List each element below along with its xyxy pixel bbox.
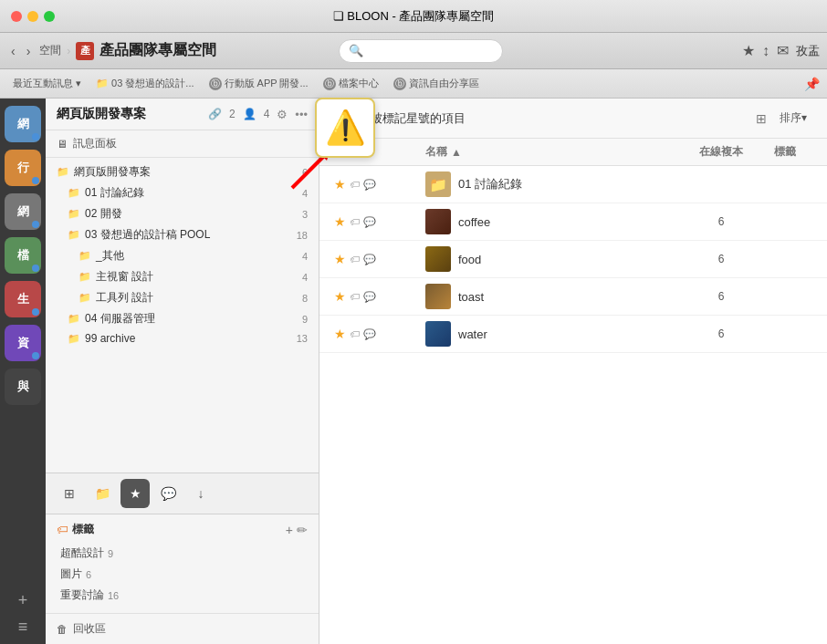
sidebar-item-files[interactable]: 檔 — [5, 237, 41, 274]
tree-item-other-label: _其他 — [96, 248, 124, 264]
table-row[interactable]: ★ 🏷 💬 📁 01 討論紀錄 — [319, 166, 827, 203]
breadcrumb-app[interactable]: ⓑ 行動版 APP 開發... — [204, 75, 314, 92]
tags-add-button[interactable]: + — [286, 523, 293, 537]
message-board[interactable]: 🖥 訊息面板 — [46, 130, 319, 158]
file-name-2: food — [458, 253, 481, 266]
breadcrumb-recent[interactable]: 最近互動訊息 ▾ — [7, 75, 87, 92]
tree-item-toolbar[interactable]: 📁 工具列 設計 8 — [46, 287, 319, 308]
mail-button[interactable]: ✉ — [777, 42, 789, 59]
table-row[interactable]: ★ 🏷 💬 toast 6 — [319, 278, 827, 316]
tags-section: 🏷 標籤 + ✏ 超酷設計 9 圖片 6 重要討論 16 — [46, 514, 319, 613]
more-button[interactable]: ••• — [295, 108, 308, 121]
starred-count-text: 有 5 個被標記星號的項目 — [334, 110, 748, 127]
table-row[interactable]: ★ 🏷 💬 water 6 — [319, 316, 827, 353]
tree-item-02-icon: 📁 — [68, 208, 80, 220]
sidebar-item-web2[interactable]: 網 — [5, 193, 41, 230]
toolbar: ‹ › 空間 › 產 產品團隊專屬空間 🔍 ★ ↕ ✉ 孜盂 — [0, 33, 827, 69]
maximize-button[interactable] — [44, 11, 55, 22]
sidebar-item-info[interactable]: 資 — [5, 325, 41, 361]
tree-root-icon: 📁 — [57, 166, 69, 178]
nav-buttons: ‹ › — [7, 42, 34, 60]
tag-item-1[interactable]: 圖片 6 — [57, 564, 308, 585]
close-button[interactable] — [11, 11, 22, 22]
star-icon-2: ★ — [334, 252, 346, 266]
sidebar-item-life-label: 生 — [17, 291, 29, 307]
space-dropdown[interactable]: 空間 — [39, 43, 61, 58]
tree-item-99[interactable]: 📁 99 archive 13 — [46, 329, 319, 348]
message-board-label: 訊息面板 — [73, 136, 117, 151]
tags-icon: 🏷 — [57, 523, 68, 536]
sidebar-item-info-label: 資 — [17, 335, 29, 351]
sort-order-button[interactable]: 排序▾ — [774, 109, 812, 128]
trash-label: 回收區 — [73, 621, 106, 637]
list-button[interactable]: ≡ — [18, 618, 28, 637]
tree-item-main[interactable]: 📁 主視窗 設計 4 — [46, 266, 319, 287]
file-name-3: toast — [458, 290, 484, 304]
link-count: 2 — [229, 108, 236, 120]
breadcrumb-info[interactable]: ⓑ 資訊自由分享區 — [388, 75, 485, 92]
tree-item-main-label: 主視窗 設計 — [96, 269, 153, 285]
table-row[interactable]: ★ 🏷 💬 coffee 6 — [319, 203, 827, 241]
back-button[interactable]: ‹ — [7, 42, 19, 60]
breadcrumb-app-badge: ⓑ — [209, 78, 222, 90]
breadcrumb-files[interactable]: ⓑ 檔案中心 — [318, 75, 384, 92]
tree-item-01-label: 01 討論紀錄 — [85, 185, 144, 201]
right-panel: 有 5 個被標記星號的項目 ⊞ 排序▾ 狀態 名稱 ▲ 在線複本 — [319, 99, 827, 644]
tab-folder[interactable]: 📁 — [88, 479, 117, 508]
tree-item-other-count: 4 — [302, 251, 308, 262]
sidebar-item-collab-label: 與 — [17, 379, 29, 395]
minimize-button[interactable] — [27, 11, 38, 22]
trash-section[interactable]: 🗑 回收區 — [46, 613, 319, 644]
tag-dot-0: 🏷 — [350, 179, 360, 190]
file-thumb-1 — [425, 209, 451, 234]
tag-dot-1: 🏷 — [350, 216, 360, 227]
breadcrumb-info-badge: ⓑ — [393, 78, 406, 90]
add-space-button[interactable]: + — [18, 591, 28, 610]
star-icon-4: ★ — [334, 327, 346, 341]
tag-label-1: 圖片 — [60, 566, 82, 582]
pin-button[interactable]: 📌 — [804, 77, 820, 91]
file-name-4: water — [458, 327, 487, 341]
tab-grid[interactable]: ⊞ — [55, 479, 84, 508]
row-name-0: 📁 01 討論紀錄 — [425, 171, 685, 197]
tab-star[interactable]: ★ — [120, 479, 150, 508]
tag-item-0[interactable]: 超酷設計 9 — [57, 543, 308, 564]
sort-button[interactable]: ↕ — [762, 43, 769, 59]
col-header-name[interactable]: 名稱 ▲ — [425, 144, 685, 160]
tree-item-main-count: 4 — [302, 272, 308, 283]
sidebar-item-collab[interactable]: 與 — [5, 369, 41, 405]
tree-item-other[interactable]: 📁 _其他 4 — [46, 245, 319, 266]
search-box[interactable]: 🔍 — [339, 39, 503, 63]
forward-button[interactable]: › — [23, 42, 35, 60]
tree-root[interactable]: 📁 網頁版開發專案 6 — [46, 161, 319, 182]
search-input[interactable] — [369, 45, 493, 57]
row-status-4: ★ 🏷 💬 — [334, 327, 425, 341]
star-button[interactable]: ★ — [742, 42, 755, 59]
tree-item-03[interactable]: 📁 03 發想過的設計稿 POOL 18 — [46, 224, 319, 245]
row-status-2: ★ 🏷 💬 — [334, 252, 425, 266]
sidebar-badge-files — [32, 265, 39, 272]
breadcrumb-design[interactable]: 📁 03 發想過的設計... — [90, 75, 199, 92]
sidebar-item-mobile[interactable]: 行 — [5, 150, 41, 186]
tab-download[interactable]: ↓ — [186, 479, 215, 508]
sidebar-item-web[interactable]: 網 — [5, 106, 41, 142]
tree-item-03-count: 18 — [297, 230, 308, 241]
space-title: 產品團隊專屬空間 — [99, 41, 216, 60]
member-count: 4 — [264, 108, 270, 120]
tree-item-99-count: 13 — [297, 333, 308, 344]
grid-view-button[interactable]: ⊞ — [756, 111, 767, 126]
tags-edit-button[interactable]: ✏ — [297, 523, 308, 537]
tree-item-99-label: 99 archive — [85, 332, 135, 345]
tree-item-01[interactable]: 📁 01 討論紀錄 4 — [46, 182, 319, 203]
row-name-1: coffee — [425, 209, 685, 234]
tree-root-label: 網頁版開發專案 — [74, 164, 151, 180]
sidebar-item-web-label: 網 — [17, 116, 29, 132]
tag-item-2[interactable]: 重要討論 16 — [57, 585, 308, 606]
table-row[interactable]: ★ 🏷 💬 food 6 — [319, 241, 827, 278]
settings-button[interactable]: ⚙ — [277, 108, 288, 121]
tree-item-02[interactable]: 📁 02 開發 3 — [46, 203, 319, 224]
tab-comment[interactable]: 💬 — [153, 479, 183, 508]
sidebar-item-life[interactable]: 生 — [5, 281, 41, 317]
trash-icon: 🗑 — [57, 623, 68, 636]
tree-item-04[interactable]: 📁 04 伺服器管理 9 — [46, 308, 319, 329]
